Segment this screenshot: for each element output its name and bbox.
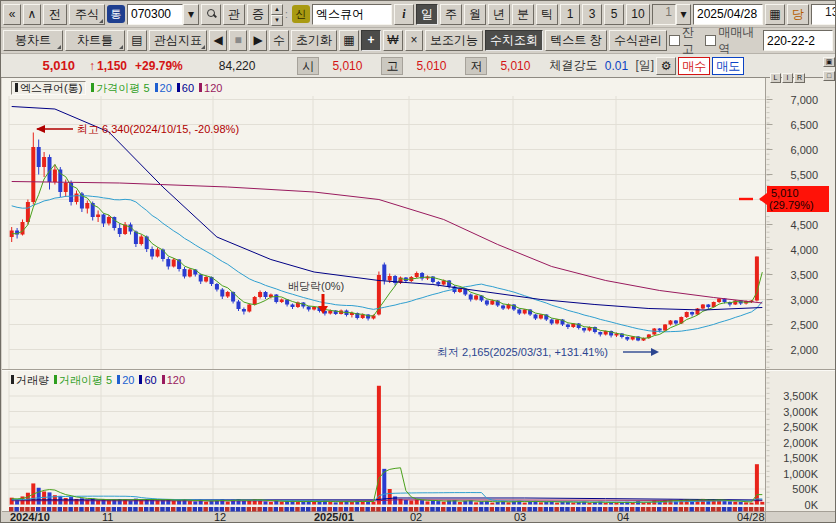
volume-ma-label: 거래이평 5 bbox=[54, 373, 112, 388]
svg-text:3,000K: 3,000K bbox=[783, 406, 819, 418]
svg-text:3,500K: 3,500K bbox=[783, 390, 819, 402]
pane-close-icon[interactable]: ▣ bbox=[823, 57, 835, 67]
svg-text:04: 04 bbox=[617, 511, 629, 523]
vma5-label: 5 bbox=[106, 374, 112, 386]
ma20-marker-icon bbox=[155, 83, 158, 92]
svg-text:2,000: 2,000 bbox=[790, 344, 818, 356]
svg-text:1,500K: 1,500K bbox=[783, 452, 819, 464]
svg-text:2025/01: 2025/01 bbox=[314, 511, 354, 523]
svg-text:6,500: 6,500 bbox=[790, 119, 818, 131]
vma120-label: 120 bbox=[167, 374, 185, 386]
svg-text:03: 03 bbox=[514, 511, 526, 523]
pane-restore-icon[interactable]: □ bbox=[823, 71, 835, 81]
layout-right-button[interactable]: R bbox=[794, 73, 805, 83]
ma60-legend: 60 bbox=[177, 82, 194, 94]
svg-text:최고 6,340(2024/10/15, -20.98%): 최고 6,340(2024/10/15, -20.98%) bbox=[77, 123, 239, 135]
svg-text:3,000: 3,000 bbox=[790, 294, 818, 306]
svg-text:4,500: 4,500 bbox=[790, 219, 818, 231]
legend-stock-title: 엑스큐어(통) bbox=[20, 82, 82, 94]
ma120-legend: 120 bbox=[199, 82, 222, 94]
svg-text:4,000: 4,000 bbox=[790, 244, 818, 256]
vma20-legend: 20 bbox=[117, 374, 134, 386]
vma20-label: 20 bbox=[122, 374, 134, 386]
ma120-label: 120 bbox=[204, 82, 222, 94]
svg-text:04/28: 04/28 bbox=[737, 511, 765, 523]
svg-text:02: 02 bbox=[410, 511, 422, 523]
stock-chart-canvas[interactable]: 7,0006,5006,0005,5004,5004,0003,5003,000… bbox=[1, 1, 836, 523]
ma60-label: 60 bbox=[182, 82, 194, 94]
svg-text:(29.79%): (29.79%) bbox=[769, 199, 814, 211]
vma60-legend: 60 bbox=[139, 374, 156, 386]
vma60-label: 60 bbox=[144, 374, 156, 386]
volume-legend-title: 거래량 bbox=[11, 373, 49, 388]
svg-text:1,000K: 1,000K bbox=[783, 468, 819, 480]
ma20-legend: 20 bbox=[155, 82, 172, 94]
svg-text:500K: 500K bbox=[792, 483, 818, 495]
vma-label-text: 거래이평 bbox=[59, 374, 103, 386]
svg-text:배당락(0%): 배당락(0%) bbox=[288, 280, 344, 292]
price-pane-legend: 엑스큐어(통) 가격이평 5 20 60 120 bbox=[11, 81, 222, 95]
ma20-label: 20 bbox=[160, 82, 172, 94]
vma20-marker-icon bbox=[117, 375, 120, 384]
legend-title-box: 엑스큐어(통) bbox=[11, 81, 86, 95]
svg-text:6,000: 6,000 bbox=[790, 144, 818, 156]
svg-text:2,500K: 2,500K bbox=[783, 421, 819, 433]
layout-indicator-button[interactable]: I bbox=[782, 73, 793, 83]
ma-label-text: 가격이평 bbox=[96, 82, 140, 94]
svg-text:12: 12 bbox=[214, 511, 226, 523]
svg-text:2,500: 2,500 bbox=[790, 319, 818, 331]
vma5-marker-icon bbox=[54, 375, 57, 384]
svg-text:2024/10: 2024/10 bbox=[10, 511, 50, 523]
svg-text:7,000: 7,000 bbox=[790, 94, 818, 106]
svg-text:최저 2,165(2025/03/31, +131.41%): 최저 2,165(2025/03/31, +131.41%) bbox=[437, 346, 608, 358]
ma120-marker-icon bbox=[199, 83, 202, 92]
svg-text:3,500: 3,500 bbox=[790, 269, 818, 281]
price-ma-label: 가격이평 5 bbox=[91, 81, 149, 96]
svg-text:5,500: 5,500 bbox=[790, 169, 818, 181]
layout-left-button[interactable]: L bbox=[770, 73, 781, 83]
vma120-marker-icon bbox=[162, 375, 165, 384]
volume-title-text: 거래량 bbox=[16, 374, 49, 386]
volume-marker-icon bbox=[11, 375, 14, 384]
vma60-marker-icon bbox=[139, 375, 142, 384]
svg-text:2,000K: 2,000K bbox=[783, 437, 819, 449]
svg-text:11: 11 bbox=[102, 511, 113, 523]
svg-text:5,010: 5,010 bbox=[771, 187, 799, 199]
chart-window: « ∧ 전 주식 통 ▾ 관 증 ▲▼ : 신 i 일 주 월 년 분 틱 1 … bbox=[0, 0, 836, 523]
svg-text:0K: 0K bbox=[805, 499, 819, 511]
series-marker-icon bbox=[15, 83, 18, 92]
vma120-legend: 120 bbox=[162, 374, 185, 386]
ma5-label: 5 bbox=[143, 82, 149, 94]
ma60-marker-icon bbox=[177, 83, 180, 92]
ma5-marker-icon bbox=[91, 83, 94, 92]
volume-pane-legend: 거래량 거래이평 5 20 60 120 bbox=[11, 373, 185, 387]
